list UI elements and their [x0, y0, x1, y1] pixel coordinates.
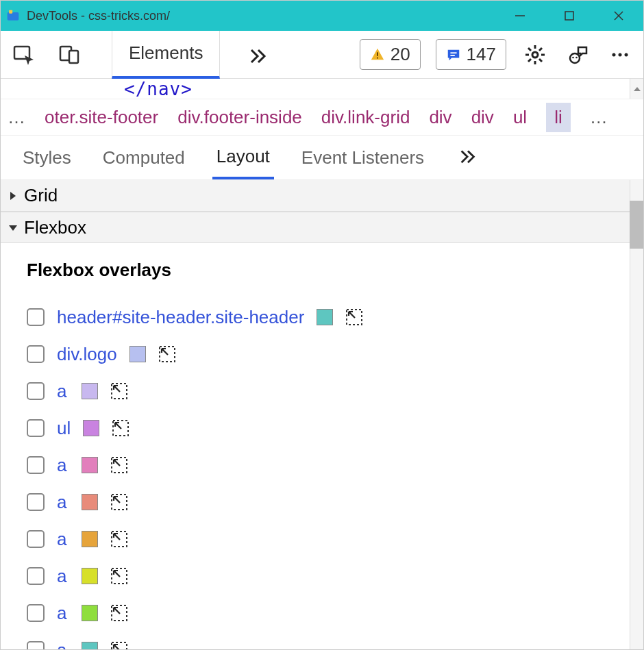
reveal-in-elements-icon[interactable] [110, 641, 128, 649]
svg-point-25 [612, 53, 616, 56]
reveal-in-elements-icon[interactable] [110, 604, 128, 622]
overlay-selector[interactable]: a [57, 529, 69, 550]
svg-rect-0 [8, 12, 19, 21]
overlay-color-swatch[interactable] [82, 605, 98, 621]
overlay-color-swatch[interactable] [82, 568, 98, 584]
breadcrumb-item[interactable]: oter.site-footer [45, 107, 158, 128]
subtab-computed[interactable]: Computed [99, 136, 189, 179]
overlay-selector[interactable]: div.logo [57, 344, 117, 365]
feedback-icon[interactable] [564, 43, 591, 66]
svg-rect-1 [9, 10, 12, 14]
panel-scrollbar-track[interactable] [630, 180, 643, 649]
svg-rect-9 [377, 52, 378, 56]
overlay-color-swatch[interactable] [82, 531, 98, 547]
overlay-selector[interactable]: a [57, 566, 69, 587]
flexbox-overlays: Flexbox overlays header#site-header.site… [1, 243, 643, 649]
svg-point-27 [625, 53, 628, 56]
warning-icon [370, 47, 385, 62]
window-controls [495, 1, 643, 31]
overlay-selector[interactable]: a [57, 603, 69, 624]
minimize-button[interactable] [495, 1, 545, 31]
subtab-styles[interactable]: Styles [18, 136, 75, 179]
main-toolbar: Elements 20 147 [1, 31, 643, 79]
breadcrumb-item-selected[interactable]: li [546, 103, 571, 132]
reveal-in-elements-icon[interactable] [110, 382, 128, 400]
kebab-menu-icon[interactable] [606, 43, 634, 66]
overlay-item: a [27, 558, 624, 595]
device-toggle-icon[interactable] [55, 43, 83, 66]
close-button[interactable] [594, 1, 643, 31]
tab-elements[interactable]: Elements [112, 31, 220, 79]
overlay-selector[interactable]: a [57, 455, 69, 476]
breadcrumb-item[interactable]: ul [513, 107, 527, 128]
overlay-color-swatch[interactable] [129, 346, 146, 362]
warnings-count: 20 [391, 44, 410, 65]
overlay-checkbox[interactable] [27, 641, 45, 649]
maximize-button[interactable] [545, 1, 594, 31]
more-tabs-icon[interactable] [245, 43, 272, 66]
dom-scrollbar-up[interactable] [630, 79, 643, 99]
overlay-item: div.logo [27, 336, 624, 373]
overlay-selector[interactable]: a [57, 381, 69, 402]
overlay-item: header#site-header.site-header [27, 299, 624, 336]
breadcrumb-item[interactable]: div.link-grid [321, 107, 410, 128]
overlay-checkbox[interactable] [27, 604, 45, 622]
warnings-badge[interactable]: 20 [360, 39, 421, 70]
reveal-in-elements-icon[interactable] [110, 530, 128, 548]
svg-line-19 [539, 59, 542, 62]
breadcrumb-item[interactable]: div.footer-inside [177, 107, 302, 128]
overlay-selector[interactable]: ul [57, 418, 71, 439]
overlay-checkbox[interactable] [27, 308, 45, 326]
window-title: DevTools - css-tricks.com/ [27, 9, 170, 23]
reveal-in-elements-icon[interactable] [158, 345, 176, 363]
svg-line-21 [528, 59, 531, 62]
breadcrumb-overflow-right[interactable]: … [590, 107, 608, 128]
overlay-item: a [27, 484, 624, 521]
svg-point-24 [575, 56, 578, 58]
svg-rect-10 [377, 57, 378, 58]
overlay-checkbox[interactable] [27, 493, 45, 511]
overlay-selector[interactable]: a [57, 640, 69, 650]
overlay-checkbox[interactable] [27, 567, 45, 585]
reveal-in-elements-icon[interactable] [110, 493, 128, 511]
window-titlebar: DevTools - css-tricks.com/ [1, 1, 643, 31]
breadcrumb-item[interactable]: div [471, 107, 494, 128]
overlay-item: a [27, 632, 624, 649]
reveal-in-elements-icon[interactable] [110, 567, 128, 585]
overlay-color-swatch[interactable] [317, 309, 333, 325]
svg-point-13 [532, 52, 538, 58]
overlay-checkbox[interactable] [27, 345, 45, 363]
issues-badge[interactable]: 147 [436, 39, 506, 70]
reveal-in-elements-icon[interactable] [112, 419, 129, 437]
reveal-in-elements-icon[interactable] [345, 308, 363, 326]
overlay-checkbox[interactable] [27, 530, 45, 548]
overlays-title: Flexbox overlays [27, 260, 624, 281]
overlay-color-swatch[interactable] [82, 457, 98, 473]
settings-icon[interactable] [521, 43, 549, 66]
svg-point-22 [570, 53, 580, 63]
overlay-selector[interactable]: a [57, 492, 69, 513]
overlay-checkbox[interactable] [27, 382, 45, 400]
section-grid-header[interactable]: Grid [1, 180, 643, 212]
section-flexbox-header[interactable]: Flexbox [1, 212, 643, 243]
section-flexbox-label: Flexbox [24, 217, 86, 238]
breadcrumb-item[interactable]: div [429, 107, 451, 128]
overlay-color-swatch[interactable] [82, 494, 98, 510]
overlay-checkbox[interactable] [27, 456, 45, 474]
overlay-color-swatch[interactable] [83, 420, 99, 436]
overlay-item: a [27, 373, 624, 410]
inspect-element-icon[interactable] [10, 43, 38, 66]
more-subtabs-icon[interactable] [458, 146, 478, 170]
subpane-tabs: Styles Computed Layout Event Listeners [1, 135, 643, 180]
overlay-item: ul [27, 410, 624, 447]
overlay-selector[interactable]: header#site-header.site-header [57, 307, 304, 328]
panel-scrollbar-thumb[interactable] [630, 201, 643, 249]
overlay-color-swatch[interactable] [82, 642, 98, 649]
overlay-checkbox[interactable] [27, 419, 45, 437]
overlay-color-swatch[interactable] [82, 383, 98, 399]
subtab-layout[interactable]: Layout [212, 136, 274, 179]
reveal-in-elements-icon[interactable] [110, 456, 128, 474]
subtab-event-listeners[interactable]: Event Listeners [297, 136, 428, 179]
breadcrumb-overflow-left[interactable]: … [8, 107, 25, 128]
app-icon [6, 9, 20, 23]
